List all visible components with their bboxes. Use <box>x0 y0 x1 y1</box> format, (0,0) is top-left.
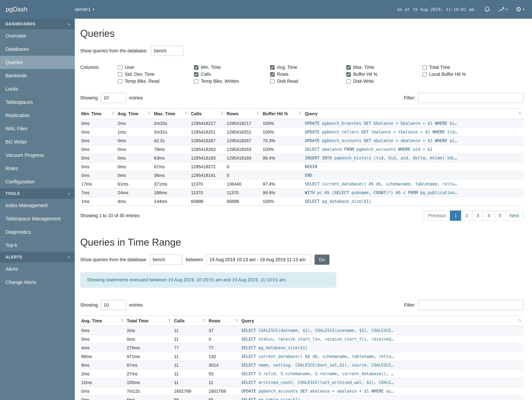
query-link[interactable]: END <box>305 173 312 178</box>
pagination-page[interactable]: 5 <box>494 210 506 221</box>
column-checkbox[interactable] <box>346 79 351 84</box>
query-link[interactable]: SELECT current_database() AS db, scheman… <box>305 182 457 186</box>
database-input[interactable] <box>151 46 184 56</box>
column-toggle[interactable]: Avg. Time <box>270 65 346 70</box>
column-checkbox[interactable] <box>270 79 275 84</box>
pagination-page[interactable]: 2 <box>461 210 472 221</box>
query-link[interactable]: WITH pc AS (SELECT pubname, COUNT(*) AS … <box>305 190 457 195</box>
sidebar-item[interactable]: Locks <box>0 82 75 95</box>
query-link[interactable]: UPDATE pgbench_branches SET bbalance = b… <box>305 121 457 126</box>
sidebar-item[interactable]: Index Management <box>0 199 75 212</box>
column-header[interactable]: ⇅Query <box>240 316 524 326</box>
charts-menu-button[interactable]: ▾ <box>498 6 507 13</box>
sort-icon[interactable]: ⇅ <box>168 318 171 323</box>
pagination-page[interactable]: 1 <box>450 210 461 221</box>
column-toggle[interactable]: Calls <box>194 72 270 77</box>
sort-icon[interactable]: ⇅ <box>148 111 151 115</box>
sidebar-item[interactable]: Tablespace Management <box>0 212 75 225</box>
column-checkbox[interactable] <box>194 79 198 84</box>
sidebar-item[interactable]: Databases <box>0 43 75 56</box>
column-toggle[interactable]: Min. Time <box>194 65 270 70</box>
query-link[interactable]: UPDATE pgbench_tellers SET tbalance = tb… <box>305 130 457 134</box>
column-toggle[interactable]: Local Buffer Hit % <box>422 72 499 77</box>
column-checkbox[interactable] <box>422 65 427 70</box>
column-toggle[interactable]: Total Time <box>422 65 499 70</box>
column-header[interactable]: ⇅Avg. Time <box>80 316 126 326</box>
sidebar-item[interactable]: Replication <box>0 109 75 122</box>
column-toggle[interactable]: Std. Dev. Time <box>118 72 194 77</box>
entries-count-input[interactable] <box>101 93 127 103</box>
column-header[interactable]: ⇅Rows <box>208 316 240 326</box>
sidebar-item[interactable]: Diagnostics <box>0 225 75 239</box>
column-toggle[interactable]: Max. Time <box>346 65 422 70</box>
column-checkbox[interactable] <box>270 65 275 70</box>
sidebar-item[interactable]: Overview <box>0 29 75 43</box>
column-checkbox[interactable] <box>118 72 122 77</box>
column-toggle[interactable]: Disk Read <box>270 79 346 84</box>
column-checkbox[interactable] <box>118 65 122 70</box>
query-link[interactable]: SELECT COALESCE(datname, $2), COALESCE(u… <box>241 328 393 333</box>
sidebar-item[interactable]: Top k <box>0 239 75 252</box>
column-toggle[interactable]: Temp Blks. Written <box>194 79 270 84</box>
sidebar-item[interactable]: Roles <box>0 162 75 175</box>
column-checkbox[interactable] <box>270 72 275 77</box>
column-header[interactable]: ⇅Min. Time <box>80 108 117 119</box>
sidebar-header-dashboards[interactable]: DASHBOARDS › <box>0 19 75 29</box>
column-toggle[interactable]: User <box>118 65 194 70</box>
query-link[interactable]: SELECT name, setting, COALESCE(boot_val,… <box>241 363 393 368</box>
column-header[interactable]: ⇅Avg. Time <box>117 108 153 119</box>
column-toggle[interactable]: Disk Write <box>346 79 422 84</box>
sort-icon[interactable]: ⇅ <box>518 318 521 323</box>
column-header[interactable]: ⇅Max. Time <box>153 108 190 119</box>
server-selector[interactable]: server1 ▾ <box>75 7 94 12</box>
column-header[interactable]: ⇅Rows <box>226 108 262 119</box>
column-header[interactable]: ⇅Query <box>304 108 524 119</box>
sort-icon[interactable]: ⇅ <box>518 111 521 115</box>
notifications-button[interactable] <box>484 6 490 13</box>
sort-icon[interactable]: ⇅ <box>121 318 124 323</box>
column-header[interactable]: ⇅Calls <box>190 108 226 119</box>
filter-input[interactable] <box>418 93 524 103</box>
entries-count-input[interactable] <box>101 300 127 310</box>
query-link[interactable]: SELECT pg_database_size($1) <box>305 199 371 204</box>
date-range-input[interactable] <box>206 254 311 265</box>
sort-icon[interactable]: ⇅ <box>185 111 188 115</box>
pagination-page[interactable]: 4 <box>483 210 494 221</box>
sidebar-header-tools[interactable]: TOOLS › <box>0 188 75 199</box>
go-button[interactable]: Go <box>315 254 329 265</box>
query-link[interactable]: SELECT status, receive_start_lsn, receiv… <box>241 337 393 342</box>
column-toggle[interactable]: Temp Blks. Read <box>118 79 194 84</box>
query-link[interactable]: SELECT archived_count, COALESCE(last_arc… <box>241 380 393 385</box>
sidebar-item[interactable]: Change Alerts <box>0 276 75 289</box>
pagination-previous[interactable]: Previous <box>424 210 450 221</box>
pagination-page[interactable]: 3 <box>472 210 483 221</box>
column-header[interactable]: ⇅Buffer Hit % <box>262 108 304 119</box>
database-input[interactable] <box>150 254 182 265</box>
query-link[interactable]: UPDATE pgbench_accounts SET abalance = a… <box>305 138 457 143</box>
column-checkbox[interactable] <box>118 79 122 84</box>
query-link[interactable]: SELECT abalance FROM pgbench_accounts WH… <box>305 147 432 152</box>
filter-input[interactable] <box>418 300 524 310</box>
sort-icon[interactable]: ⇅ <box>257 111 260 115</box>
query-link[interactable]: BEGIN <box>305 164 317 169</box>
sort-icon[interactable]: ⇅ <box>203 318 206 323</box>
query-link[interactable]: INSERT INTO pgbench_history (tid, bid, a… <box>305 156 457 160</box>
sidebar-item[interactable]: Backends <box>0 69 75 82</box>
column-header[interactable]: ⇅Calls <box>173 316 208 326</box>
column-checkbox[interactable] <box>194 65 198 70</box>
column-checkbox[interactable] <box>422 72 427 77</box>
sidebar-item[interactable]: WAL Files <box>0 122 75 135</box>
column-toggle[interactable]: Buffer Hit % <box>346 72 422 77</box>
column-header[interactable]: ⇅Total Time <box>126 316 173 326</box>
column-toggle[interactable]: Rows <box>270 72 346 77</box>
sort-icon[interactable]: ⇅ <box>221 111 224 115</box>
sort-icon[interactable]: ⇅ <box>111 111 114 115</box>
query-link[interactable]: UPDATE pgbench_accounts SET abalance = a… <box>241 389 393 394</box>
query-link[interactable]: SELECT current_database() AS db, scheman… <box>241 354 393 359</box>
column-checkbox[interactable] <box>194 72 198 77</box>
sidebar-item[interactable]: Tablespaces <box>0 95 75 109</box>
brand-logo[interactable]: pgDash <box>0 6 75 13</box>
settings-menu-button[interactable]: ⚙ ▾ <box>516 6 525 13</box>
sort-icon[interactable]: ⇅ <box>235 318 238 323</box>
sidebar-item[interactable]: Alerts <box>0 262 75 276</box>
